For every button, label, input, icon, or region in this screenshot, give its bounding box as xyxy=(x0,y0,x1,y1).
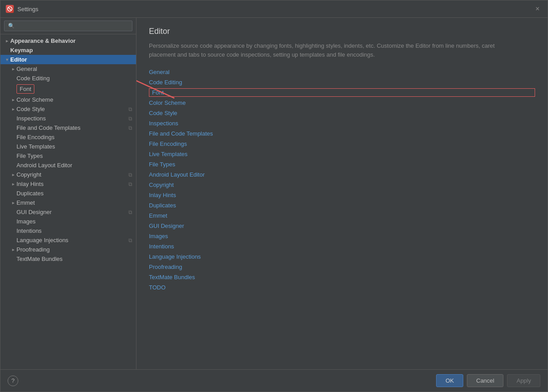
section-title: Editor xyxy=(149,27,535,36)
bottom-bar: ? OK Cancel Apply xyxy=(0,369,548,392)
link-todo[interactable]: TODO xyxy=(149,283,535,292)
sidebar-item-editor[interactable]: Editor xyxy=(0,55,136,64)
expand-arrow xyxy=(10,172,16,178)
expand-arrow xyxy=(10,97,16,103)
sidebar-item-duplicates[interactable]: Duplicates xyxy=(0,189,136,198)
sidebar-item-label: General xyxy=(16,66,37,72)
cancel-button[interactable]: Cancel xyxy=(467,374,503,387)
sidebar-item-copyright[interactable]: Copyright ⧉ xyxy=(0,170,136,179)
sidebar-item-font[interactable]: Font xyxy=(0,83,136,95)
copy-icon: ⧉ xyxy=(128,106,132,112)
sidebar-item-keymap[interactable]: Keymap xyxy=(0,45,136,55)
app-icon xyxy=(6,5,14,13)
expand-arrow xyxy=(4,57,10,63)
title-bar-left: Settings xyxy=(6,5,38,13)
sidebar-item-emmet[interactable]: Emmet xyxy=(0,198,136,207)
sidebar-item-label: Inlay Hints xyxy=(16,181,44,187)
link-language-injections[interactable]: Language Injections xyxy=(149,252,535,261)
sidebar-item-language-injections[interactable]: Language Injections ⧉ xyxy=(0,235,136,245)
link-font[interactable]: Font xyxy=(149,88,535,97)
link-intentions[interactable]: Intentions xyxy=(149,242,535,251)
sidebar-item-code-style[interactable]: Code Style ⧉ xyxy=(0,104,136,114)
svg-line-1 xyxy=(8,8,11,10)
content-area: Appearance & Behavior Keymap Editor Gene… xyxy=(0,18,548,369)
expand-arrow xyxy=(10,200,16,206)
ok-button[interactable]: OK xyxy=(436,374,463,387)
link-list: General Code Editing Font Color Scheme C… xyxy=(149,68,535,292)
sidebar-item-android-layout-editor[interactable]: Android Layout Editor xyxy=(0,161,136,170)
sidebar-tree: Appearance & Behavior Keymap Editor Gene… xyxy=(0,34,136,369)
link-duplicates[interactable]: Duplicates xyxy=(149,201,535,210)
link-emmet[interactable]: Emmet xyxy=(149,211,535,220)
help-button[interactable]: ? xyxy=(8,375,18,386)
expand-arrow xyxy=(10,106,16,112)
link-copyright[interactable]: Copyright xyxy=(149,181,535,189)
sidebar-item-label: Duplicates xyxy=(16,190,44,197)
sidebar-item-color-scheme[interactable]: Color Scheme xyxy=(0,95,136,104)
link-general[interactable]: General xyxy=(149,68,535,76)
sidebar-item-label: Images xyxy=(16,218,36,225)
sidebar-item-file-code-templates[interactable]: File and Code Templates ⧉ xyxy=(0,123,136,132)
sidebar-item-label: Proofreading xyxy=(16,246,49,253)
search-box xyxy=(0,18,136,34)
sidebar-item-label: Android Layout Editor xyxy=(16,162,72,169)
sidebar-item-live-templates[interactable]: Live Templates xyxy=(0,142,136,151)
sidebar-item-label: File Encodings xyxy=(16,134,54,140)
sidebar-item-general[interactable]: General xyxy=(0,64,136,74)
sidebar-item-label: Emmet xyxy=(16,199,35,206)
link-inspections[interactable]: Inspections xyxy=(149,119,535,128)
copy-icon: ⧉ xyxy=(128,116,132,122)
sidebar-item-appearance[interactable]: Appearance & Behavior xyxy=(0,36,136,45)
sidebar-item-file-types[interactable]: File Types xyxy=(0,151,136,161)
sidebar-item-images[interactable]: Images xyxy=(0,217,136,226)
sidebar-item-label: Appearance & Behavior xyxy=(10,37,76,44)
link-code-style[interactable]: Code Style xyxy=(149,109,535,117)
sidebar-item-label: Language Injections xyxy=(16,237,68,243)
sidebar-item-label: Font xyxy=(16,84,34,94)
sidebar-item-file-encodings[interactable]: File Encodings xyxy=(0,132,136,142)
link-color-scheme[interactable]: Color Scheme xyxy=(149,99,535,107)
apply-button[interactable]: Apply xyxy=(507,374,540,387)
settings-dialog: Settings × Appearance & Behavior Keymap xyxy=(0,0,548,392)
link-android-layout-editor[interactable]: Android Layout Editor xyxy=(149,170,535,179)
main-content: Editor Personalize source code appearanc… xyxy=(136,18,548,369)
link-file-code-templates[interactable]: File and Code Templates xyxy=(149,129,535,138)
action-buttons: OK Cancel Apply xyxy=(436,374,540,387)
sidebar-item-label: Code Style xyxy=(16,106,45,112)
link-proofreading[interactable]: Proofreading xyxy=(149,263,535,271)
sidebar-item-textmate-bundles[interactable]: TextMate Bundles xyxy=(0,254,136,264)
sidebar-item-label: Editor xyxy=(10,56,27,63)
expand-arrow xyxy=(10,247,16,253)
sidebar: Appearance & Behavior Keymap Editor Gene… xyxy=(0,18,136,369)
title-bar: Settings × xyxy=(0,0,548,18)
sidebar-item-code-editing[interactable]: Code Editing xyxy=(0,74,136,83)
sidebar-item-inlay-hints[interactable]: Inlay Hints ⧉ xyxy=(0,179,136,189)
link-inlay-hints[interactable]: Inlay Hints xyxy=(149,191,535,199)
sidebar-item-label: Live Templates xyxy=(16,143,55,150)
sidebar-item-label: Color Scheme xyxy=(16,96,53,103)
sidebar-item-label: Inspections xyxy=(16,115,46,122)
copy-icon: ⧉ xyxy=(128,172,132,178)
dialog-title: Settings xyxy=(17,6,38,12)
link-gui-designer[interactable]: GUI Designer xyxy=(149,222,535,230)
sidebar-item-proofreading[interactable]: Proofreading xyxy=(0,245,136,254)
link-live-templates[interactable]: Live Templates xyxy=(149,150,535,158)
search-input[interactable] xyxy=(4,21,132,31)
link-code-editing[interactable]: Code Editing xyxy=(149,78,535,87)
link-images[interactable]: Images xyxy=(149,232,535,240)
sidebar-item-label: GUI Designer xyxy=(16,209,52,215)
sidebar-item-gui-designer[interactable]: GUI Designer ⧉ xyxy=(0,207,136,217)
copy-icon: ⧉ xyxy=(128,125,132,131)
expand-arrow xyxy=(10,66,16,72)
sidebar-item-label: Code Editing xyxy=(16,75,49,82)
sidebar-item-label: TextMate Bundles xyxy=(16,256,62,262)
leaf-spacer xyxy=(4,47,10,54)
link-file-encodings[interactable]: File Encodings xyxy=(149,140,535,148)
link-file-types[interactable]: File Types xyxy=(149,160,535,169)
sidebar-item-label: Keymap xyxy=(10,47,33,54)
expand-arrow xyxy=(4,38,10,44)
link-textmate-bundles[interactable]: TextMate Bundles xyxy=(149,273,535,281)
close-button[interactable]: × xyxy=(533,4,542,14)
sidebar-item-inspections[interactable]: Inspections ⧉ xyxy=(0,114,136,123)
sidebar-item-intentions[interactable]: Intentions xyxy=(0,226,136,235)
